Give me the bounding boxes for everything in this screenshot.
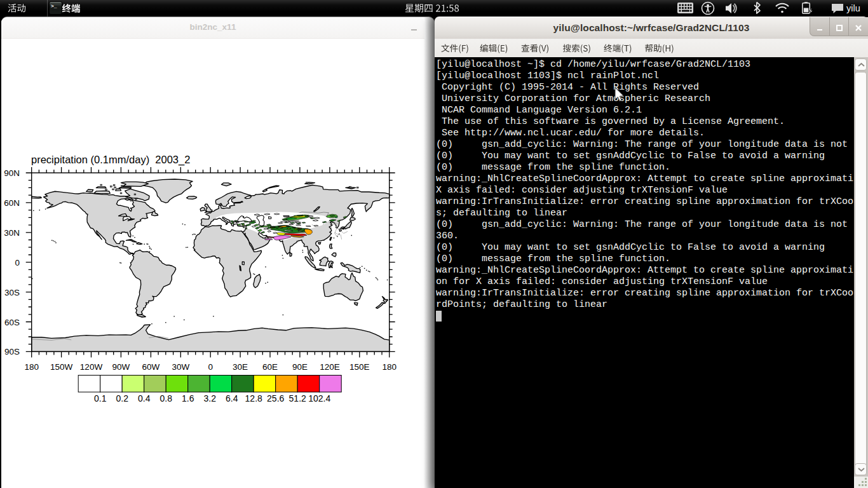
svg-text:102.4: 102.4 xyxy=(308,393,330,403)
svg-text:150E: 150E xyxy=(349,362,370,372)
svg-text:30S: 30S xyxy=(4,288,20,297)
svg-text:90S: 90S xyxy=(4,347,20,356)
svg-text:90N: 90N xyxy=(4,168,20,178)
svg-text:precipitation (0.1mm/day) 200: precipitation (0.1mm/day) 2003_2 xyxy=(31,154,190,166)
svg-text:120E: 120E xyxy=(320,362,340,372)
svg-text:60S: 60S xyxy=(4,318,20,327)
svg-text:150W: 150W xyxy=(50,362,73,372)
svg-text:30N: 30N xyxy=(4,228,20,238)
svg-text:60W: 60W xyxy=(142,362,160,372)
svg-text:25.6: 25.6 xyxy=(267,393,284,403)
svg-text:90E: 90E xyxy=(292,362,308,372)
svg-text:0: 0 xyxy=(15,258,20,268)
svg-text:90W: 90W xyxy=(112,362,130,372)
svg-text:30W: 30W xyxy=(172,362,189,372)
svg-text:12.8: 12.8 xyxy=(245,393,262,403)
svg-text:0: 0 xyxy=(208,362,213,372)
svg-text:51.2: 51.2 xyxy=(289,393,306,403)
svg-text:0.8: 0.8 xyxy=(159,393,172,403)
svg-text:0.2: 0.2 xyxy=(116,393,128,403)
svg-text:1.6: 1.6 xyxy=(182,393,194,403)
svg-text:60N: 60N xyxy=(4,198,20,208)
svg-text:30E: 30E xyxy=(233,362,248,372)
svg-text:120W: 120W xyxy=(80,362,103,372)
svg-text:0.1: 0.1 xyxy=(94,393,107,403)
svg-text:0.4: 0.4 xyxy=(138,393,151,403)
svg-text:180: 180 xyxy=(24,362,39,372)
svg-text:60E: 60E xyxy=(262,362,278,372)
svg-text:180: 180 xyxy=(382,362,397,372)
svg-text:6.4: 6.4 xyxy=(226,393,238,403)
svg-text:3.2: 3.2 xyxy=(203,393,216,403)
